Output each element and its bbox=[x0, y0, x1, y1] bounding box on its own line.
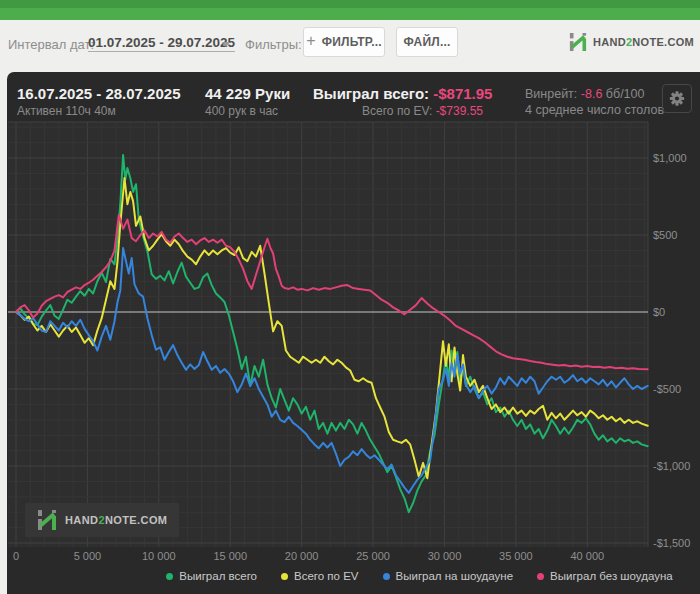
x-tick-label: 40 000 bbox=[570, 550, 604, 562]
legend-dot-showdown bbox=[383, 573, 390, 580]
date-range-selector[interactable]: 01.07.2025 - 29.07.2025 bbox=[88, 35, 235, 52]
y-tick-label: $1,000 bbox=[653, 152, 687, 164]
legend-dot-non-showdown bbox=[537, 573, 544, 580]
toolbar: Интервал дат: 01.07.2025 - 29.07.2025 Фи… bbox=[0, 20, 700, 72]
report-panel: 16.07.2025 - 28.07.2025 Активен 110ч 40м… bbox=[7, 72, 700, 594]
x-tick-label: 30 000 bbox=[428, 550, 462, 562]
plot-background bbox=[8, 122, 648, 547]
add-filter-button[interactable]: + ФИЛЬТР... bbox=[303, 27, 385, 57]
app-window: Интервал дат: 01.07.2025 - 29.07.2025 Фи… bbox=[0, 0, 700, 594]
x-tick-label: 5 000 bbox=[74, 550, 102, 562]
chevron-down-icon[interactable] bbox=[222, 42, 230, 47]
x-tick-label: 25 000 bbox=[356, 550, 390, 562]
legend-item-showdown[interactable]: Выиграл на шоудауне bbox=[383, 570, 514, 582]
x-tick-label: 0 bbox=[13, 550, 19, 562]
top-green-bar-dark-stripe bbox=[0, 0, 700, 8]
hand2note-logo-icon bbox=[37, 510, 57, 530]
legend-dot-total-won bbox=[166, 573, 173, 580]
brand-text: HAND2NOTE.COM bbox=[593, 36, 694, 48]
top-green-bar bbox=[0, 0, 700, 20]
chart-watermark: HAND2NOTE.COM bbox=[25, 503, 179, 537]
x-tick-label: 20 000 bbox=[285, 550, 319, 562]
brand-logo: HAND2NOTE.COM bbox=[569, 33, 694, 51]
hand2note-logo-icon bbox=[569, 33, 587, 51]
legend-dot-ev bbox=[281, 573, 288, 580]
legend-item-ev[interactable]: Всего по EV bbox=[281, 570, 359, 582]
x-tick-label: 10 000 bbox=[142, 550, 176, 562]
x-tick-label: 15 000 bbox=[213, 550, 247, 562]
y-tick-label: -$1,500 bbox=[653, 537, 690, 549]
add-filter-button-label: ФИЛЬТР... bbox=[322, 35, 382, 49]
chart-legend: Выиграл всего Всего по EV Выиграл на шоу… bbox=[7, 570, 700, 582]
x-tick-label: 35 000 bbox=[499, 550, 533, 562]
y-tick-label: -$1,000 bbox=[653, 460, 690, 472]
y-tick-label: -$500 bbox=[653, 383, 681, 395]
file-button[interactable]: ФАЙЛ... bbox=[396, 27, 458, 57]
legend-item-non-showdown[interactable]: Выиграл без шоудауна bbox=[537, 570, 673, 582]
y-tick-label: $0 bbox=[653, 306, 665, 318]
interval-label: Интервал дат: bbox=[8, 37, 94, 52]
plus-icon: + bbox=[306, 32, 316, 50]
file-button-label: ФАЙЛ... bbox=[403, 35, 450, 49]
filters-label: Фильтры: bbox=[245, 37, 302, 52]
legend-item-total-won[interactable]: Выиграл всего bbox=[166, 570, 257, 582]
watermark-text: HAND2NOTE.COM bbox=[65, 514, 167, 526]
y-tick-label: $500 bbox=[653, 229, 677, 241]
